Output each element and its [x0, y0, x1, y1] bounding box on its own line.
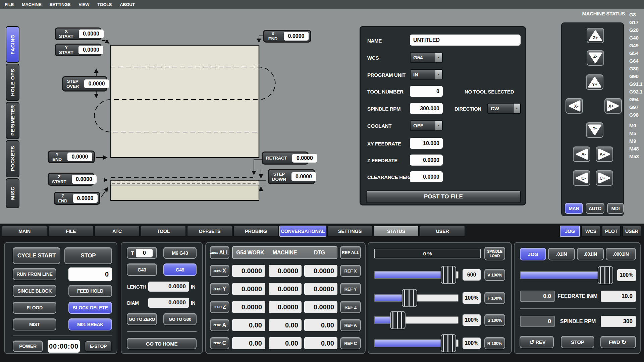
tab-file[interactable]: FILE	[48, 226, 94, 237]
feed-override-slider[interactable]	[374, 289, 459, 307]
mode-auto-button[interactable]: AUTO	[586, 203, 604, 214]
jog-c-plus-button[interactable]: C+	[596, 170, 613, 186]
rapid-override-reset-button[interactable]: R 100%	[484, 337, 505, 349]
go-to-zero-button[interactable]: GO TO ZERO	[127, 313, 157, 325]
g49-button[interactable]: G49	[163, 263, 197, 276]
zero-a-button[interactable]: ZEROA	[210, 319, 229, 331]
z-start-input[interactable]	[72, 175, 97, 184]
coolant-select[interactable]: OFF ▼	[410, 120, 443, 131]
ref-x-button[interactable]: REF X	[340, 265, 361, 277]
zero-all-button[interactable]: ZEROALL	[210, 246, 229, 259]
feed-hold-button[interactable]: FEED HOLD	[68, 285, 112, 297]
velocity-override-slider[interactable]	[374, 266, 459, 284]
jog-y-minus-button[interactable]: Y-	[586, 122, 603, 138]
tab-probing[interactable]: PROBING	[233, 226, 279, 237]
m01-break-button[interactable]: M01 BREAK	[68, 318, 112, 330]
block-delete-button[interactable]: BLOCK DELETE	[68, 302, 112, 314]
velocity-override-reset-button[interactable]: V 100%	[484, 269, 505, 281]
x-start-input[interactable]	[79, 29, 104, 38]
tab-user[interactable]: USER	[420, 226, 465, 237]
spindle-load-button[interactable]: SPINDLE LOAD	[484, 247, 505, 260]
program-name-input[interactable]	[410, 35, 521, 46]
slider-handle[interactable]	[390, 311, 406, 329]
spindle-rpm-input[interactable]	[410, 103, 443, 114]
run-from-line-input[interactable]	[68, 267, 112, 281]
spindle-stop-button[interactable]: STOP	[561, 336, 594, 348]
stop-button[interactable]: STOP	[64, 247, 112, 264]
zero-y-button[interactable]: ZEROY	[210, 283, 229, 295]
wcs-select[interactable]: G54 ▼	[410, 52, 443, 63]
single-block-button[interactable]: SINGLE BLOCK	[13, 285, 56, 297]
rapid-override-slider[interactable]	[374, 334, 459, 352]
tab-tool[interactable]: TOOL	[141, 226, 186, 237]
step-down-input[interactable]	[291, 172, 316, 181]
xy-feedrate-input[interactable]	[410, 138, 443, 149]
z-end-input[interactable]	[73, 194, 98, 203]
y-end-input[interactable]	[67, 153, 92, 161]
go-to-g30-button[interactable]: GO TO G30	[163, 313, 197, 325]
tab-plot[interactable]: PLOT	[602, 226, 621, 237]
slider-handle[interactable]	[402, 289, 417, 307]
zero-z-button[interactable]: ZEROZ	[210, 301, 229, 313]
mode-man-button[interactable]: MAN	[565, 203, 583, 214]
jog-increment-01-button[interactable]: .01IN	[548, 248, 575, 260]
y-start-input[interactable]	[78, 46, 103, 54]
tab-conversational[interactable]: CONVERSATIONAL	[279, 226, 326, 237]
jog-y-plus-button[interactable]: Y+	[586, 74, 603, 90]
program-unit-select[interactable]: IN ▼	[410, 69, 443, 80]
spindle-override-reset-button[interactable]: S 100%	[484, 314, 505, 326]
jog-mode-button[interactable]: JOG	[520, 248, 546, 260]
slider-handle[interactable]	[598, 266, 613, 284]
jog-x-minus-button[interactable]: X-	[566, 98, 583, 114]
tool-number-quick-input[interactable]	[136, 249, 153, 257]
tab-atc[interactable]: ATC	[94, 226, 140, 237]
tool-number-input[interactable]	[410, 86, 443, 97]
ref-c-button[interactable]: REF C	[340, 337, 361, 349]
ref-all-button[interactable]: REF ALL	[340, 246, 361, 259]
ref-z-button[interactable]: REF Z	[340, 301, 361, 313]
ref-a-button[interactable]: REF A	[340, 319, 361, 331]
jog-a-minus-button[interactable]: A-	[573, 146, 590, 162]
jog-increment-001-button[interactable]: .001IN	[577, 248, 604, 260]
z-feedrate-input[interactable]	[410, 155, 443, 166]
run-from-line-button[interactable]: RUN FROM LINE	[13, 268, 56, 280]
jog-x-plus-button[interactable]: X+	[604, 98, 622, 114]
jog-z-plus-button[interactable]: Z+	[587, 28, 604, 43]
feed-override-reset-button[interactable]: F 100%	[484, 292, 505, 304]
g43-button[interactable]: G43	[127, 263, 157, 276]
power-button[interactable]: POWER	[13, 341, 43, 352]
tab-jog[interactable]: JOG	[560, 226, 580, 237]
clearance-height-input[interactable]	[410, 171, 443, 182]
go-to-home-button[interactable]: GO TO HOME	[127, 338, 197, 349]
jog-increment-0001-button[interactable]: .0001IN	[606, 248, 636, 260]
slider-handle[interactable]	[441, 334, 456, 352]
tab-settings[interactable]: SETTINGS	[327, 226, 373, 237]
ref-y-button[interactable]: REF Y	[340, 283, 361, 295]
jog-speed-slider[interactable]	[520, 266, 610, 284]
tab-main[interactable]: MAIN	[2, 226, 47, 237]
jog-z-minus-button[interactable]: Z-	[587, 50, 604, 66]
tab-status[interactable]: STATUS	[373, 226, 419, 237]
slider-handle[interactable]	[441, 266, 456, 284]
step-over-input[interactable]	[84, 79, 109, 88]
tab-wcs[interactable]: WCS	[581, 226, 600, 237]
tab-user-right[interactable]: USER	[622, 226, 641, 237]
spindle-fwd-button[interactable]: FWD ↻	[600, 336, 636, 348]
jog-c-minus-button[interactable]: C-	[573, 170, 590, 186]
x-end-input[interactable]	[284, 32, 309, 41]
tool-select-field[interactable]: T	[127, 247, 157, 259]
zero-x-button[interactable]: ZEROX	[210, 265, 229, 277]
zero-c-button[interactable]: ZEROC	[210, 337, 229, 349]
spindle-rev-button[interactable]: ↺ REV	[520, 336, 554, 348]
retract-input[interactable]	[292, 154, 317, 163]
tab-offsets[interactable]: OFFSETS	[187, 226, 232, 237]
direction-select[interactable]: CW ▼	[487, 103, 521, 114]
flood-button[interactable]: FLOOD	[13, 302, 56, 314]
e-stop-button[interactable]: E-STOP	[85, 341, 112, 352]
mode-mdi-button[interactable]: MDI	[607, 203, 624, 214]
m6-g43-button[interactable]: M6 G43	[163, 247, 197, 259]
post-to-file-button[interactable]: POST TO FILE	[366, 190, 521, 203]
mist-button[interactable]: MIST	[13, 318, 56, 330]
cycle-start-button[interactable]: CYCLE START	[13, 247, 60, 264]
jog-a-plus-button[interactable]: A+	[596, 146, 613, 162]
